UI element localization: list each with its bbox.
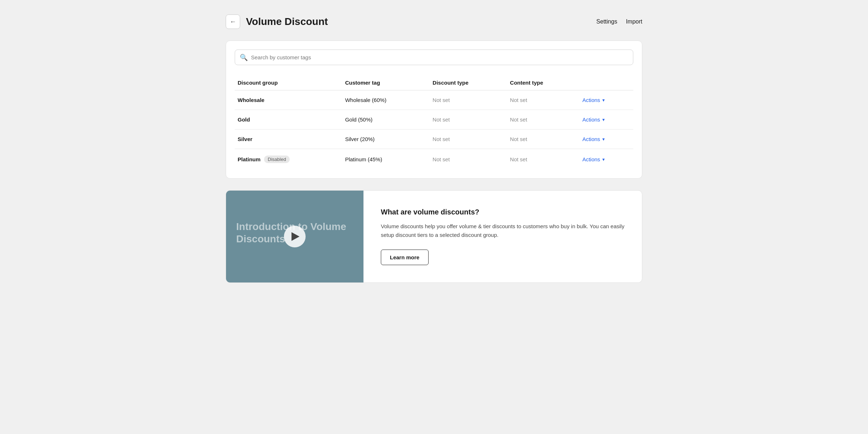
content-type: Not set [507, 110, 579, 129]
actions-cell: Actions ▼ [579, 129, 633, 149]
main-card: 🔍 Discount group Customer tag Discount t… [226, 41, 642, 179]
page-header: ← Volume Discount Settings Import [226, 14, 642, 29]
info-content: What are volume discounts? Volume discou… [363, 191, 642, 282]
content-type: Not set [507, 129, 579, 149]
import-link[interactable]: Import [626, 18, 642, 25]
col-header-discount-type: Discount type [430, 75, 507, 90]
search-icon: 🔍 [240, 54, 248, 61]
group-name: Silver [238, 136, 339, 142]
table-row: WholesaleWholesale (60%)Not setNot setAc… [235, 90, 633, 110]
discount-table: Discount group Customer tag Discount typ… [235, 75, 633, 170]
group-name: Gold [238, 116, 339, 123]
table-row: SilverSilver (20%)Not setNot setActions … [235, 129, 633, 149]
actions-cell: Actions ▼ [579, 90, 633, 110]
page-title: Volume Discount [246, 16, 328, 27]
col-header-customer-tag: Customer tag [342, 75, 430, 90]
actions-button[interactable]: Actions ▼ [582, 156, 605, 162]
customer-tag: Wholesale (60%) [342, 90, 430, 110]
customer-tag: Gold (50%) [342, 110, 430, 129]
learn-more-button[interactable]: Learn more [381, 250, 429, 265]
info-card: Introduction to Volume Discounts What ar… [226, 190, 642, 283]
col-header-discount-group: Discount group [235, 75, 342, 90]
play-icon [292, 232, 299, 241]
discount-type: Not set [430, 110, 507, 129]
content-type: Not set [507, 149, 579, 170]
customer-tag: Platinum (45%) [342, 149, 430, 170]
discount-type: Not set [430, 90, 507, 110]
search-input[interactable] [235, 50, 633, 65]
info-title: What are volume discounts? [381, 208, 625, 216]
play-button[interactable] [284, 226, 306, 247]
header-right: Settings Import [596, 18, 642, 25]
actions-cell: Actions ▼ [579, 149, 633, 170]
settings-link[interactable]: Settings [596, 18, 617, 25]
table-row: PlatinumDisabledPlatinum (45%)Not setNot… [235, 149, 633, 170]
actions-button[interactable]: Actions ▼ [582, 97, 605, 103]
header-left: ← Volume Discount [226, 14, 328, 29]
discount-type: Not set [430, 129, 507, 149]
back-button[interactable]: ← [226, 14, 240, 29]
search-container: 🔍 [235, 50, 633, 65]
actions-button[interactable]: Actions ▼ [582, 136, 605, 142]
group-name: PlatinumDisabled [238, 156, 339, 163]
info-description: Volume discounts help you offer volume &… [381, 222, 625, 239]
disabled-badge: Disabled [264, 156, 290, 163]
discount-type: Not set [430, 149, 507, 170]
actions-cell: Actions ▼ [579, 110, 633, 129]
content-type: Not set [507, 90, 579, 110]
customer-tag: Silver (20%) [342, 129, 430, 149]
group-name: Wholesale [238, 97, 339, 103]
col-header-actions [579, 75, 633, 90]
col-header-content-type: Content type [507, 75, 579, 90]
table-header-row: Discount group Customer tag Discount typ… [235, 75, 633, 90]
actions-button[interactable]: Actions ▼ [582, 116, 605, 123]
video-panel: Introduction to Volume Discounts [226, 191, 363, 282]
table-row: GoldGold (50%)Not setNot setActions ▼ [235, 110, 633, 129]
